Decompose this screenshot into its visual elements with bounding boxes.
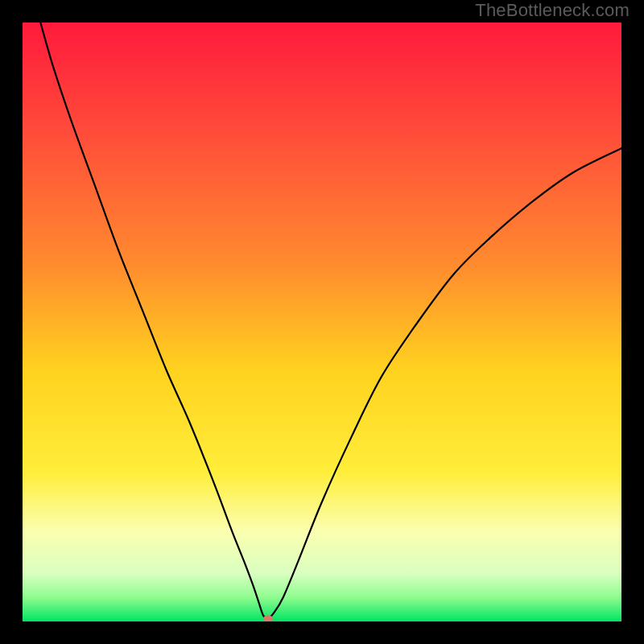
chart-frame: TheBottleneck.com: [0, 0, 644, 644]
bottleneck-chart: [23, 23, 621, 621]
optimal-point-marker: [263, 615, 273, 621]
watermark-text: TheBottleneck.com: [475, 0, 630, 21]
gradient-background: [23, 23, 621, 621]
plot-area: [23, 23, 621, 621]
